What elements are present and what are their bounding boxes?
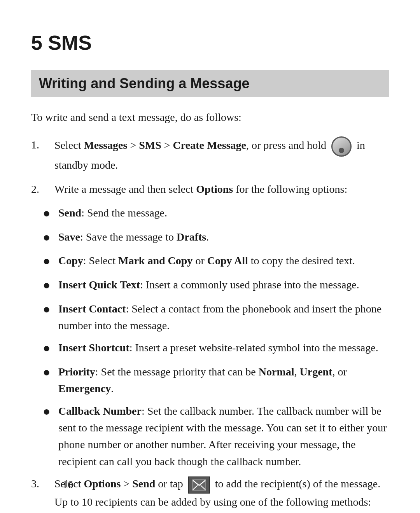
- nav-button-icon: [331, 136, 352, 157]
- bold-mark-copy: Mark and Copy: [118, 255, 192, 267]
- bullet-copy-content: Copy: Select Mark and Copy or Copy All t…: [58, 252, 389, 269]
- bullet-insert-quick-text-content: Insert Quick Text: Insert a commonly use…: [58, 276, 389, 293]
- bold-create-message: Create Message: [173, 140, 246, 152]
- step-2-number: 2.: [31, 181, 54, 197]
- bold-normal: Normal: [259, 366, 294, 378]
- bullet-priority-content: Priority: Set the message priority that …: [58, 363, 389, 397]
- chapter-title: 5 SMS: [31, 31, 389, 54]
- bullet-callback: ● Callback Number: Set the callback numb…: [43, 403, 389, 470]
- bullet-insert-shortcut-content: Insert Shortcut: Insert a preset website…: [58, 339, 389, 356]
- step-1-content: Select Messages > SMS > Create Message, …: [54, 136, 389, 173]
- section-header: Writing and Sending a Message: [31, 70, 389, 97]
- step-3-content: Select Options > Send or tap to add the …: [54, 475, 389, 510]
- bold-insert-quick-text: Insert Quick Text: [58, 279, 140, 291]
- bullet-copy: ● Copy: Select Mark and Copy or Copy All…: [43, 252, 389, 271]
- bold-copy-all: Copy All: [207, 255, 248, 267]
- bullet-dot: ●: [43, 300, 58, 319]
- bold-insert-contact: Insert Contact: [58, 303, 126, 315]
- bullet-priority: ● Priority: Set the message priority tha…: [43, 363, 389, 397]
- bold-copy: Copy: [58, 255, 83, 267]
- intro-text: To write and send a text message, do as …: [31, 109, 389, 126]
- bullet-callback-content: Callback Number: Set the callback number…: [58, 403, 389, 470]
- bold-messages: Messages: [84, 140, 127, 152]
- bullet-insert-shortcut: ● Insert Shortcut: Insert a preset websi…: [43, 339, 389, 358]
- bold-emergency: Emergency: [58, 382, 111, 394]
- bullet-save-content: Save: Save the message to Drafts.: [58, 229, 389, 245]
- bold-priority: Priority: [58, 366, 95, 378]
- bullet-dot: ●: [43, 204, 58, 223]
- bullet-dot: ●: [43, 251, 58, 271]
- bold-send: Send: [58, 207, 81, 219]
- bullet-dot: ●: [43, 402, 58, 421]
- bullet-dot: ●: [43, 339, 58, 358]
- bold-insert-shortcut: Insert Shortcut: [58, 342, 130, 354]
- bullet-dot: ●: [43, 228, 58, 247]
- step-2: 2. Write a message and then select Optio…: [31, 181, 389, 197]
- bullet-dot: ●: [43, 363, 58, 382]
- bold-callback: Callback Number: [58, 405, 142, 417]
- bold-save: Save: [58, 231, 80, 243]
- bold-options-2: Options: [196, 183, 233, 195]
- bold-send-3: Send: [132, 478, 155, 490]
- step-1: 1. Select Messages > SMS > Create Messag…: [31, 136, 389, 173]
- step-3: 3. Select Options > Send or tap to add t…: [31, 475, 389, 510]
- step-1-number: 1.: [31, 136, 54, 173]
- step-3-number: 3.: [31, 475, 54, 510]
- send-icon: [188, 476, 210, 494]
- bullet-list: ● Send: Send the message. ● Save: Save t…: [43, 204, 389, 470]
- bullet-dot: ●: [43, 276, 58, 295]
- page-number: 16: [62, 478, 73, 491]
- step-2-content: Write a message and then select Options …: [54, 181, 389, 197]
- bold-urgent: Urgent: [300, 366, 332, 378]
- bullet-send: ● Send: Send the message.: [43, 204, 389, 223]
- bold-options-3: Options: [84, 478, 121, 490]
- bullet-send-content: Send: Send the message.: [58, 204, 389, 221]
- bullet-insert-contact-content: Insert Contact: Select a contact from th…: [58, 300, 389, 334]
- bullet-insert-quick-text: ● Insert Quick Text: Insert a commonly u…: [43, 276, 389, 295]
- bullet-insert-contact: ● Insert Contact: Select a contact from …: [43, 300, 389, 334]
- bold-sms: SMS: [139, 140, 161, 152]
- bold-drafts: Drafts: [177, 231, 206, 243]
- bullet-save: ● Save: Save the message to Drafts.: [43, 229, 389, 247]
